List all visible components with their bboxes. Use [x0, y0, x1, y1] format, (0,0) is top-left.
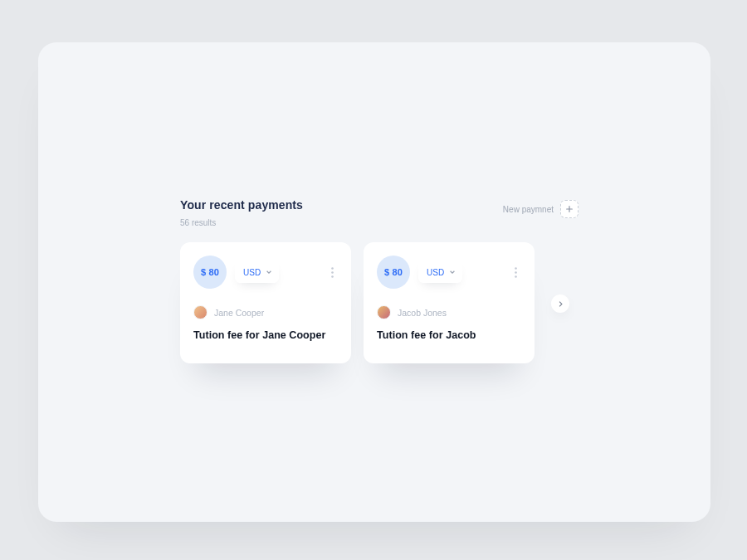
payment-card[interactable]: $ 80 USD Jacob Jones Tution fee for Jaco… — [364, 242, 535, 363]
carousel-next-button[interactable] — [551, 295, 569, 313]
payee-row: Jane Cooper — [193, 305, 338, 319]
payee-row: Jacob Jones — [377, 305, 521, 319]
chevron-down-icon — [266, 269, 272, 275]
avatar — [193, 305, 208, 319]
title-block: Your recent payments 56 results — [180, 198, 303, 227]
payee-name: Jane Cooper — [214, 308, 264, 318]
new-payment-button[interactable] — [560, 200, 579, 218]
payment-title: Tution fee for Jane Cooper — [193, 329, 338, 341]
svg-point-3 — [515, 267, 517, 270]
new-payment-action[interactable]: New paymnet — [503, 200, 579, 218]
payment-title: Tution fee for Jacob — [377, 329, 521, 341]
svg-point-0 — [331, 267, 334, 270]
amount-badge: $ 80 — [193, 256, 227, 289]
currency-label: USD — [427, 268, 444, 277]
svg-point-1 — [331, 271, 334, 274]
chevron-down-icon — [449, 269, 456, 275]
plus-icon — [565, 205, 574, 213]
dots-vertical-icon — [515, 267, 517, 278]
svg-point-5 — [515, 275, 517, 278]
dots-vertical-icon — [331, 267, 334, 278]
new-payment-label: New paymnet — [503, 205, 554, 214]
svg-point-2 — [331, 275, 334, 278]
svg-point-4 — [515, 271, 517, 274]
currency-label: USD — [243, 268, 261, 277]
section-title: Your recent payments — [180, 198, 303, 212]
card-more-button[interactable] — [326, 263, 338, 281]
currency-selector[interactable]: USD — [418, 261, 462, 283]
avatar — [377, 305, 391, 319]
chevron-right-icon — [558, 300, 564, 308]
payee-name: Jacob Jones — [398, 308, 447, 318]
recent-payments-header: Your recent payments 56 results New paym… — [180, 198, 579, 227]
results-count: 56 results — [180, 218, 303, 227]
payment-cards: $ 80 USD Jane Cooper Tution fee for Jane… — [180, 242, 535, 363]
card-more-button[interactable] — [510, 263, 521, 281]
currency-selector[interactable]: USD — [235, 261, 279, 283]
app-panel: Your recent payments 56 results New paym… — [38, 42, 710, 522]
amount-badge: $ 80 — [377, 256, 410, 289]
payment-card[interactable]: $ 80 USD Jane Cooper Tution fee for Jane… — [180, 242, 351, 363]
